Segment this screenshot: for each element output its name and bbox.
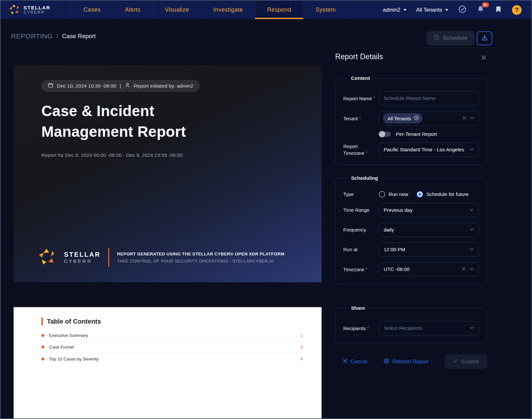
breadcrumb-section[interactable]: REPORTING [11, 32, 53, 40]
report-meta-pill: Dec 10, 2024 10:30 -08:00 | Report initi… [41, 80, 200, 92]
check-icon [452, 358, 458, 365]
meta-separator: | [120, 83, 121, 89]
tenant-select[interactable]: All Tenants [379, 111, 479, 126]
app-window: STELLAR CYBER® Cases Alerts Visualize In… [0, 0, 532, 419]
cancel-button[interactable]: Cancel [342, 358, 367, 365]
notification-badge: 9+ [482, 2, 489, 7]
frequency-select[interactable]: daily [379, 223, 479, 237]
footer-divider-bar [108, 248, 109, 267]
task-status-button[interactable] [458, 5, 467, 15]
report-initiator: Report initiated by: admin2 [134, 83, 193, 89]
check-circle-icon [458, 5, 467, 15]
tenant-menu[interactable]: All Tenants [416, 7, 448, 13]
brand-logo[interactable]: STELLAR CYBER® [1, 1, 59, 19]
download-icon [481, 34, 488, 42]
content-section: Content Report Name Tenant All Tenants [335, 75, 487, 165]
nav-item-investigate[interactable]: Investigate [201, 1, 255, 19]
report-cover-preview: Dec 10, 2024 10:30 -08:00 | Report initi… [14, 65, 322, 282]
report-timezone-select[interactable]: Pacific Standard Time - Los Angeles [379, 143, 479, 157]
cover-footer-line1: REPORT GENERATED USING THE STELLAR CYBER… [117, 252, 284, 256]
clock-icon [433, 34, 440, 42]
download-button[interactable] [477, 31, 492, 45]
radio-checked-icon [417, 191, 423, 198]
submit-button[interactable]: Submit [444, 354, 487, 369]
report-timezone-label: Report Timezone [343, 143, 379, 156]
radio-run-now[interactable]: Run now [379, 191, 408, 198]
tenant-label: Tenant [343, 115, 379, 122]
person-icon [125, 82, 130, 89]
clear-icon[interactable] [461, 266, 466, 273]
nav-item-cases[interactable]: Cases [71, 1, 112, 19]
report-page-toc: Table of Contents Executive Summary 1 Ca… [14, 307, 322, 419]
user-menu[interactable]: admin2 [383, 7, 406, 13]
chevron-down-icon [469, 247, 474, 253]
schedule-button[interactable]: Schedule [426, 31, 474, 45]
chevron-down-icon [445, 9, 448, 11]
nav-right: admin2 All Tenants [383, 1, 531, 19]
report-name-input[interactable] [379, 91, 479, 105]
chevron-down-icon [469, 325, 474, 331]
chevron-down-icon [403, 9, 407, 11]
collapse-right-icon [480, 56, 486, 62]
frequency-label: Frequency [343, 227, 379, 233]
share-legend: Share [351, 305, 365, 311]
time-range-label: Time Range [343, 207, 379, 213]
report-name-label: Report Name [343, 95, 379, 102]
brand-line2: CYBER® [24, 10, 50, 15]
bookmarks-button[interactable] [495, 5, 502, 15]
report-details-panel: Report Details Content Report Name Tenan… [335, 52, 487, 369]
tenant-chip: All Tenants [383, 113, 422, 124]
toc-accent-bar [41, 317, 43, 325]
report-title: Case & Incident Management Report [41, 101, 186, 142]
notifications-button[interactable]: 9+ [476, 5, 485, 15]
help-button[interactable]: ? [512, 5, 522, 15]
toc-page-number: 4 [301, 357, 303, 361]
time-range-select[interactable]: Previous day [379, 203, 479, 217]
type-label: Type [343, 191, 379, 198]
radio-schedule-future[interactable]: Schedule for future [417, 191, 469, 198]
breadcrumb-separator: / [57, 33, 58, 40]
breadcrumb: REPORTING / Case Report [11, 32, 96, 40]
chevron-down-icon [470, 115, 475, 122]
clear-icon[interactable] [462, 115, 467, 122]
content-legend: Content [351, 75, 370, 81]
nav-item-respond[interactable]: Respond [255, 1, 303, 19]
report-range-subtitle: Report for Dec 9, 2024 00:00 -08:00 - De… [41, 152, 183, 158]
toc-page-number: 3 [301, 345, 303, 349]
toc-item[interactable]: Case Funnel 3 [41, 341, 303, 353]
cover-brand-line1: STELLAR [64, 251, 101, 258]
calendar-icon [48, 82, 53, 89]
cover-footer: STELLAR CYBER® REPORT GENERATED USING TH… [37, 247, 284, 267]
collapse-panel-button[interactable] [480, 54, 486, 62]
stellar-star-icon [37, 247, 56, 267]
cover-brand-line2: CYBER® [64, 258, 101, 264]
bookmark-icon [495, 5, 502, 15]
nav-item-alerts[interactable]: Alerts [112, 1, 152, 19]
chevron-down-icon [469, 266, 474, 273]
per-tenant-toggle[interactable] [379, 132, 391, 137]
chevron-down-icon [469, 207, 474, 213]
panel-actions: Cancel Refresh Report Submit [335, 354, 487, 369]
cover-footer-line2: TAKE CONTROL OF YOUR SECURITY OPERATIONS… [117, 259, 284, 263]
help-icon: ? [512, 5, 522, 15]
nav-item-system[interactable]: System [303, 1, 348, 19]
chip-remove-icon[interactable] [414, 115, 419, 122]
chevron-down-icon [469, 147, 474, 153]
refresh-report-button[interactable]: Refresh Report [383, 358, 429, 365]
timezone-label: Timezone [343, 266, 379, 273]
toc-item[interactable]: Executive Summary 1 [41, 330, 303, 341]
radio-unchecked-icon [379, 191, 385, 198]
toc-page-number: 1 [301, 333, 303, 338]
recipients-label: Recipients [343, 325, 379, 332]
timezone-select[interactable]: UTC -08:00 [379, 262, 479, 276]
close-icon [342, 358, 348, 365]
nav-item-visualize[interactable]: Visualize [153, 1, 201, 19]
top-nav: STELLAR CYBER® Cases Alerts Visualize In… [1, 1, 531, 19]
stellar-star-icon [8, 4, 20, 16]
run-at-select[interactable]: 12:00 PM [379, 242, 479, 257]
panel-title: Report Details [335, 52, 487, 61]
run-at-label: Run at [343, 246, 379, 253]
recipients-select[interactable]: Select Recipients [379, 321, 479, 335]
scheduling-section: Scheduling Type Run now Schedule for fut… [335, 175, 487, 285]
toc-item[interactable]: Top 10 Cases by Severity 4 [41, 353, 303, 365]
